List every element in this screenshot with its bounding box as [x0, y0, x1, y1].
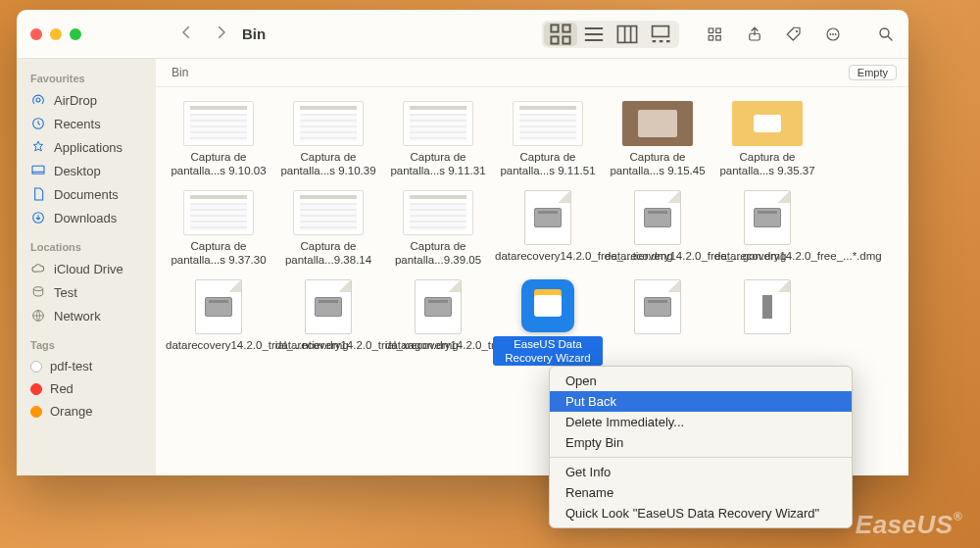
file-item[interactable]: EaseUS Data Recovery Wizard: [493, 279, 603, 367]
file-item[interactable]: Captura de pantalla...s 9.37.30: [164, 190, 273, 268]
clock-icon: [30, 116, 46, 131]
desktop-icon: [30, 163, 46, 178]
forward-button[interactable]: [213, 22, 230, 47]
screenshot-thumb: [183, 101, 254, 146]
sidebar-item-label: pdf-test: [50, 359, 92, 374]
airdrop-icon: [30, 92, 46, 108]
file-name: EaseUS Data Recovery Wizard: [493, 336, 603, 367]
file-name: Captura de pantalla...9.38.14: [273, 239, 383, 268]
context-menu-item[interactable]: Quick Look "EaseUS Data Recovery Wizard": [550, 503, 852, 523]
sidebar-item-applications[interactable]: Applications: [17, 135, 156, 159]
svg-point-15: [835, 33, 837, 35]
sidebar-item-downloads[interactable]: Downloads: [17, 206, 156, 229]
close-button[interactable]: [30, 28, 42, 40]
empty-button[interactable]: Empty: [849, 65, 897, 80]
window-title: Bin: [242, 25, 266, 42]
svg-rect-9: [716, 35, 721, 40]
file-name: Captura de pantalla...s 9.11.31: [383, 150, 493, 178]
maximize-button[interactable]: [70, 28, 81, 40]
tag-dot-icon: [30, 406, 42, 418]
file-name: datarecovery14.2.0_free_...gon.dmg: [603, 249, 712, 263]
sidebar-item-label: Red: [50, 381, 74, 396]
tags-heading: Tags: [17, 335, 156, 355]
gallery-view-button[interactable]: [644, 23, 677, 46]
sidebar-item-airdrop[interactable]: AirDrop: [17, 88, 156, 112]
minimize-button[interactable]: [50, 28, 62, 40]
sidebar-tag-red[interactable]: Red: [17, 377, 156, 400]
tags-button[interactable]: [785, 25, 803, 43]
sidebar-tag-orange[interactable]: Orange: [17, 400, 156, 423]
dmg-icon: [415, 279, 462, 334]
doc-icon: [744, 279, 791, 334]
file-name: Captura de pantalla...s 9.11.51: [493, 150, 603, 178]
screenshot-thumb: [403, 190, 473, 235]
file-item[interactable]: datarecovery14.2.0_trial_...ntier.dmg: [164, 279, 273, 367]
file-item[interactable]: Captura de pantalla...s 9.10.39: [273, 101, 383, 178]
file-item[interactable]: Captura de pantalla...9.39.05: [383, 190, 493, 268]
screenshot-thumb: [403, 101, 473, 146]
sidebar-item-test[interactable]: Test: [17, 280, 156, 304]
screenshot-thumb: [183, 190, 254, 235]
file-item[interactable]: [712, 279, 822, 367]
icon-view-button[interactable]: [544, 23, 577, 46]
favourites-heading: Favourites: [17, 69, 156, 88]
file-item[interactable]: [603, 279, 712, 367]
dmg-icon: [195, 279, 242, 334]
documents-icon: [30, 186, 46, 202]
sidebar-item-label: Recents: [54, 117, 101, 131]
app-icon: [521, 279, 574, 332]
svg-point-17: [36, 98, 40, 102]
file-name: Captura de pantalla...9.39.05: [383, 239, 493, 268]
svg-point-11: [796, 29, 798, 31]
group-by-button[interactable]: [707, 25, 724, 43]
search-button[interactable]: [877, 25, 895, 43]
file-name: Captura de pantalla...s 9.37.30: [164, 239, 273, 268]
sidebar-item-label: Orange: [50, 404, 92, 419]
file-name: Captura de pantalla...s 9.10.39: [273, 150, 383, 178]
file-name: datarecovery14.2.0_trial_...*.dmg: [383, 338, 493, 352]
file-name: Captura de pantalla...s 9.15.45: [603, 150, 712, 178]
sidebar-item-icloud[interactable]: iCloud Drive: [17, 257, 156, 280]
sidebar-item-network[interactable]: Network: [17, 304, 156, 327]
file-name: datarecovery14.2.0_free_...tier.dmg: [493, 249, 603, 263]
context-menu-item[interactable]: Put Back: [550, 391, 852, 412]
file-item[interactable]: Captura de pantalla...s 9.11.31: [383, 101, 493, 178]
file-item[interactable]: datarecovery14.2.0_free_...tier.dmg: [493, 190, 603, 268]
dmg-icon: [634, 190, 681, 245]
context-menu-item[interactable]: Delete Immediately...: [550, 412, 852, 432]
file-item[interactable]: Captura de pantalla...9.38.14: [273, 190, 383, 268]
file-item[interactable]: datarecovery14.2.0_trial_xagon.dmg: [273, 279, 383, 367]
share-button[interactable]: [746, 25, 763, 43]
sidebar-item-desktop[interactable]: Desktop: [17, 159, 156, 182]
sidebar-tag-pdf-test[interactable]: pdf-test: [17, 355, 156, 377]
file-name: Captura de pantalla...s 9.35.37: [712, 150, 822, 178]
screenshot-thumb: [622, 101, 693, 146]
back-button[interactable]: [177, 22, 195, 47]
context-menu-item[interactable]: Get Info: [550, 462, 852, 482]
file-item[interactable]: datarecovery14.2.0_free_...*.dmg: [712, 190, 822, 268]
file-item[interactable]: Captura de pantalla...s 9.35.37: [712, 101, 822, 178]
file-name: Captura de pantalla...s 9.10.03: [164, 150, 273, 178]
context-menu-item[interactable]: Rename: [550, 482, 852, 503]
list-view-button[interactable]: [577, 23, 611, 46]
context-menu-item[interactable]: Open: [550, 371, 852, 391]
more-button[interactable]: [824, 25, 842, 43]
file-item[interactable]: Captura de pantalla...s 9.11.51: [493, 101, 603, 178]
context-menu: OpenPut BackDelete Immediately...Empty B…: [549, 366, 853, 528]
column-view-button[interactable]: [611, 23, 644, 46]
file-name: datarecovery14.2.0_free_...*.dmg: [712, 249, 822, 263]
file-item[interactable]: datarecovery14.2.0_trial_...*.dmg: [383, 279, 493, 367]
svg-rect-19: [32, 166, 44, 174]
context-menu-item[interactable]: Empty Bin: [550, 432, 852, 453]
sidebar-item-label: Applications: [54, 140, 122, 155]
file-item[interactable]: Captura de pantalla...s 9.15.45: [603, 101, 712, 178]
applications-icon: [30, 139, 46, 155]
svg-rect-7: [709, 35, 713, 40]
file-item[interactable]: Captura de pantalla...s 9.10.03: [164, 101, 273, 178]
file-item[interactable]: datarecovery14.2.0_free_...gon.dmg: [603, 190, 712, 268]
sidebar-item-documents[interactable]: Documents: [17, 182, 156, 206]
dmg-icon: [524, 190, 571, 245]
cloud-icon: [30, 261, 46, 276]
sidebar-item-recents[interactable]: Recents: [17, 112, 156, 135]
dmg-icon: [634, 279, 681, 334]
